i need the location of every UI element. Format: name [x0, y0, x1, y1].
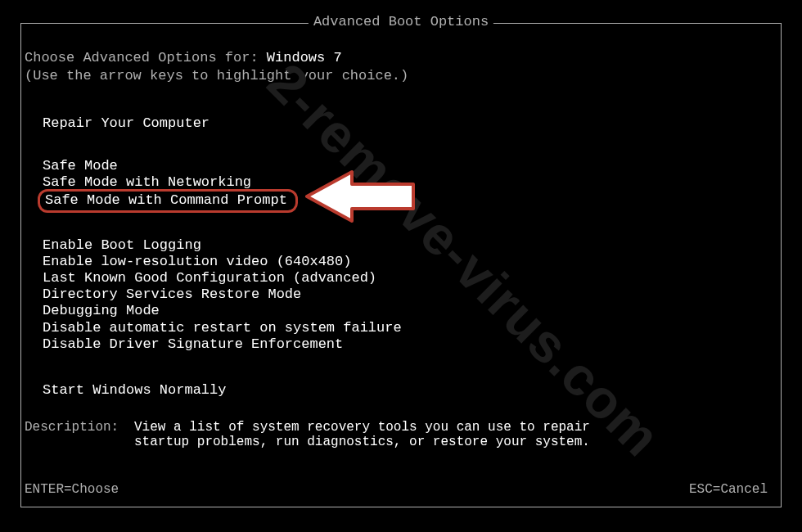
- menu-safe-mode[interactable]: Safe Mode: [43, 158, 781, 174]
- highlighted-option: Safe Mode with Command Prompt: [38, 189, 298, 213]
- repair-group: Repair Your Computer: [43, 115, 781, 132]
- footer-enter: ENTER=Choose: [25, 482, 119, 497]
- safe-mode-group: Safe Mode Safe Mode with Networking Safe…: [43, 158, 781, 211]
- advanced-group: Enable Boot Logging Enable low-resolutio…: [43, 237, 781, 352]
- description-row: Description: View a list of system recov…: [25, 420, 592, 449]
- description-label: Description:: [25, 420, 134, 449]
- content-area: Choose Advanced Options for: Windows 7 (…: [21, 24, 781, 399]
- menu-last-known[interactable]: Last Known Good Configuration (advanced): [43, 270, 781, 286]
- start-normal-group: Start Windows Normally: [43, 382, 781, 399]
- os-name: Windows 7: [267, 50, 342, 65]
- prompt-prefix: Choose Advanced Options for:: [25, 50, 267, 65]
- menu-safe-mode-networking[interactable]: Safe Mode with Networking: [43, 174, 781, 191]
- menu-dsrm[interactable]: Directory Services Restore Mode: [43, 286, 781, 303]
- boot-options-screen: Advanced Boot Options Choose Advanced Op…: [20, 23, 782, 507]
- menu-debug[interactable]: Debugging Mode: [43, 303, 781, 319]
- menu-no-sig[interactable]: Disable Driver Signature Enforcement: [43, 336, 781, 353]
- menu-boot-logging[interactable]: Enable Boot Logging: [43, 237, 781, 254]
- hint-text: (Use the arrow keys to highlight your ch…: [25, 68, 781, 84]
- menu-no-restart[interactable]: Disable automatic restart on system fail…: [43, 320, 781, 336]
- description-text: View a list of system recovery tools you…: [134, 420, 592, 449]
- menu-start-normally[interactable]: Start Windows Normally: [43, 382, 781, 399]
- menu-repair-computer[interactable]: Repair Your Computer: [43, 115, 781, 132]
- footer-bar: ENTER=Choose ESC=Cancel: [25, 482, 768, 497]
- menu-low-res[interactable]: Enable low-resolution video (640x480): [43, 254, 781, 270]
- footer-esc: ESC=Cancel: [689, 482, 768, 497]
- title: Advanced Boot Options: [309, 14, 493, 29]
- menu-safe-mode-cmd[interactable]: Safe Mode with Command Prompt: [43, 191, 781, 211]
- choose-prompt: Choose Advanced Options for: Windows 7: [25, 50, 781, 66]
